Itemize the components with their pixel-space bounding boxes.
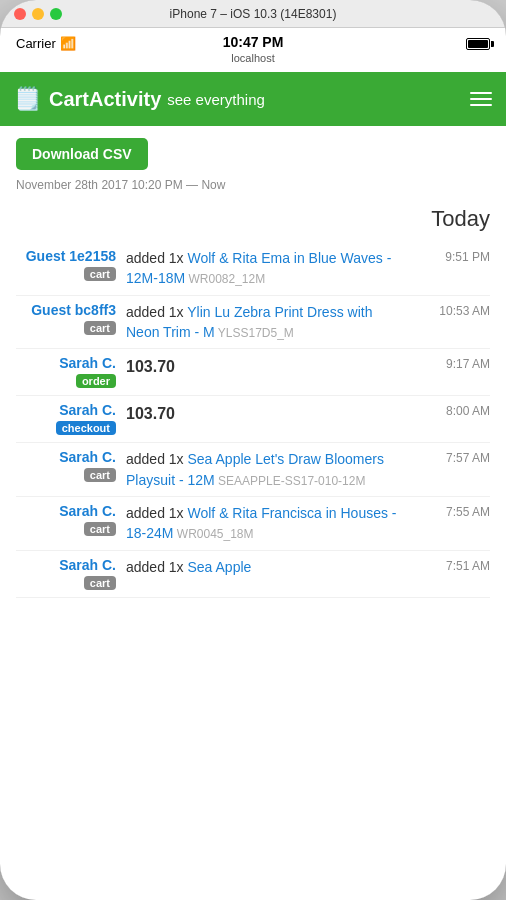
actor-column: Sarah C.cart xyxy=(16,557,116,591)
device-frame: iPhone 7 – iOS 10.3 (14E8301) Carrier 📶 … xyxy=(0,0,506,900)
product-sku: WR0082_12M xyxy=(185,272,265,286)
minimize-dot[interactable] xyxy=(32,8,44,20)
order-amount: 103.70 xyxy=(126,405,175,422)
actor-column: Guest 1e2158cart xyxy=(16,248,116,282)
activity-time: 7:57 AM xyxy=(418,449,490,465)
activity-time: 8:00 AM xyxy=(418,402,490,418)
activity-description: 103.70 xyxy=(126,402,408,425)
actor-name[interactable]: Guest bc8ff3 xyxy=(16,302,116,318)
activity-badge-cart: cart xyxy=(84,468,116,482)
date-range-label: November 28th 2017 10:20 PM — Now xyxy=(16,178,490,192)
activity-time: 10:53 AM xyxy=(418,302,490,318)
actor-name[interactable]: Sarah C. xyxy=(16,402,116,418)
main-content: Download CSV November 28th 2017 10:20 PM… xyxy=(0,126,506,900)
activity-description: added 1x Sea Apple Let's Draw Bloomers P… xyxy=(126,449,408,490)
activity-item: Guest 1e2158cartadded 1x Wolf & Rita Ema… xyxy=(16,242,490,296)
activity-badge-order: order xyxy=(76,374,116,388)
product-sku: YLSS17D5_M xyxy=(215,326,294,340)
nav-bar: 🗒️ CartActivity see everything xyxy=(0,72,506,126)
action-text: added 1x xyxy=(126,451,188,467)
location-label: localhost xyxy=(231,52,274,64)
close-dot[interactable] xyxy=(14,8,26,20)
status-bar-top: Carrier 📶 10:47 PM xyxy=(16,36,490,51)
action-text: added 1x xyxy=(126,250,188,266)
actor-name[interactable]: Sarah C. xyxy=(16,355,116,371)
order-amount: 103.70 xyxy=(126,358,175,375)
activity-badge-cart: cart xyxy=(84,576,116,590)
fullscreen-dot[interactable] xyxy=(50,8,62,20)
wifi-icon: 📶 xyxy=(60,36,76,51)
activity-description: added 1x Wolf & Rita Francisca in Houses… xyxy=(126,503,408,544)
activity-item: Guest bc8ff3cartadded 1x Ylin Lu Zebra P… xyxy=(16,296,490,350)
activity-description: added 1x Ylin Lu Zebra Print Dress with … xyxy=(126,302,408,343)
actor-column: Sarah C.order xyxy=(16,355,116,389)
activity-time: 9:51 PM xyxy=(418,248,490,264)
activity-item: Sarah C.cartadded 1x Sea Apple7:51 AM xyxy=(16,551,490,598)
download-csv-button[interactable]: Download CSV xyxy=(16,138,148,170)
actor-column: Guest bc8ff3cart xyxy=(16,302,116,336)
app-subtitle: see everything xyxy=(167,91,265,108)
activity-time: 7:51 AM xyxy=(418,557,490,573)
activity-badge-checkout: checkout xyxy=(56,421,116,435)
actor-column: Sarah C.cart xyxy=(16,449,116,483)
hamburger-bar-2 xyxy=(470,98,492,100)
app-title: CartActivity xyxy=(49,88,161,111)
activity-badge-cart: cart xyxy=(84,321,116,335)
product-sku: WR0045_18M xyxy=(173,527,253,541)
actor-name[interactable]: Sarah C. xyxy=(16,503,116,519)
hamburger-bar-1 xyxy=(470,92,492,94)
activity-time: 9:17 AM xyxy=(418,355,490,371)
actor-column: Sarah C.cart xyxy=(16,503,116,537)
actor-name[interactable]: Sarah C. xyxy=(16,557,116,573)
activity-item: Sarah C.cartadded 1x Sea Apple Let's Dra… xyxy=(16,443,490,497)
actor-name[interactable]: Guest 1e2158 xyxy=(16,248,116,264)
activity-time: 7:55 AM xyxy=(418,503,490,519)
action-text: added 1x xyxy=(126,505,188,521)
battery-icon xyxy=(466,38,490,50)
activity-item: Sarah C.checkout103.708:00 AM xyxy=(16,396,490,443)
activity-item: Sarah C.cartadded 1x Wolf & Rita Francis… xyxy=(16,497,490,551)
actor-column: Sarah C.checkout xyxy=(16,402,116,436)
action-text: added 1x xyxy=(126,559,188,575)
hamburger-bar-3 xyxy=(470,104,492,106)
carrier-info: Carrier 📶 xyxy=(16,36,76,51)
product-sku: SEAAPPLE-SS17-010-12M xyxy=(215,474,366,488)
section-today-header: Today xyxy=(16,206,490,232)
window-controls xyxy=(14,8,62,20)
status-bar: Carrier 📶 10:47 PM localhost xyxy=(0,28,506,72)
title-bar: iPhone 7 – iOS 10.3 (14E8301) xyxy=(0,0,506,28)
window-title: iPhone 7 – iOS 10.3 (14E8301) xyxy=(170,7,337,21)
status-time: 10:47 PM xyxy=(223,34,284,50)
hamburger-menu-button[interactable] xyxy=(470,92,492,106)
activity-description: added 1x Sea Apple xyxy=(126,557,408,577)
product-link[interactable]: Sea Apple xyxy=(188,559,252,575)
app-logo-icon: 🗒️ xyxy=(14,86,41,112)
action-text: added 1x xyxy=(126,304,187,320)
carrier-label: Carrier xyxy=(16,36,56,51)
activity-badge-cart: cart xyxy=(84,522,116,536)
activity-description: 103.70 xyxy=(126,355,408,378)
battery-area xyxy=(466,38,490,50)
activity-item: Sarah C.order103.709:17 AM xyxy=(16,349,490,396)
activity-description: added 1x Wolf & Rita Ema in Blue Waves -… xyxy=(126,248,408,289)
battery-fill xyxy=(468,40,488,48)
activity-badge-cart: cart xyxy=(84,267,116,281)
activity-list: Guest 1e2158cartadded 1x Wolf & Rita Ema… xyxy=(16,242,490,598)
actor-name[interactable]: Sarah C. xyxy=(16,449,116,465)
